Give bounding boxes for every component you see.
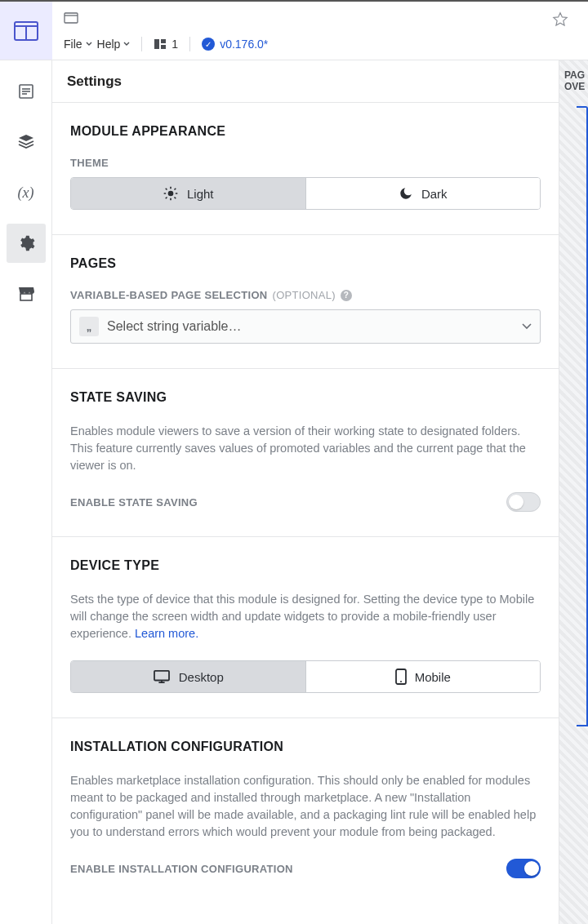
board-count[interactable]: 1 bbox=[154, 38, 178, 51]
svg-rect-8 bbox=[65, 13, 78, 23]
svg-line-21 bbox=[174, 189, 176, 190]
quote-icon: „ bbox=[79, 317, 99, 336]
section-pages: PAGES VARIABLE-BASED PAGE SELECTION (OPT… bbox=[52, 235, 559, 369]
learn-more-link[interactable]: Learn more. bbox=[135, 627, 198, 640]
svg-line-18 bbox=[166, 189, 167, 190]
chevron-down-icon bbox=[522, 323, 532, 330]
device-desktop-button[interactable]: Desktop bbox=[71, 661, 306, 692]
theme-label: THEME bbox=[70, 157, 541, 169]
chevron-down-icon bbox=[123, 42, 130, 47]
device-mobile-label: Mobile bbox=[415, 670, 451, 684]
variable-select[interactable]: „ Select string variable… bbox=[70, 309, 541, 344]
settings-scroll: MODULE APPEARANCE THEME Light Dark PAGES bbox=[52, 103, 559, 924]
section-title: INSTALLATION CONFIGURATION bbox=[70, 740, 541, 754]
device-desktop-label: Desktop bbox=[179, 670, 224, 684]
document-icon bbox=[18, 83, 34, 100]
svg-rect-7 bbox=[20, 294, 32, 300]
section-state-saving: STATE SAVING Enables module viewers to s… bbox=[52, 369, 559, 537]
section-title: MODULE APPEARANCE bbox=[70, 124, 541, 139]
vbps-label: VARIABLE-BASED PAGE SELECTION (OPTIONAL)… bbox=[70, 289, 541, 301]
mobile-icon bbox=[395, 669, 407, 685]
section-device-type: DEVICE TYPE Sets the type of device that… bbox=[52, 537, 559, 718]
svg-point-26 bbox=[400, 681, 402, 682]
theme-light-button[interactable]: Light bbox=[71, 178, 306, 209]
theme-dark-button[interactable]: Dark bbox=[306, 178, 541, 209]
svg-rect-11 bbox=[161, 39, 166, 43]
rail-item-layers[interactable] bbox=[7, 122, 46, 162]
section-module-appearance: MODULE APPEARANCE THEME Light Dark bbox=[52, 103, 559, 235]
rail-item-doc[interactable] bbox=[7, 72, 46, 111]
overview-outline bbox=[577, 106, 588, 726]
page-title: Settings bbox=[52, 60, 588, 103]
theme-light-label: Light bbox=[187, 187, 214, 201]
dashboard-icon bbox=[14, 21, 38, 41]
section-title: STATE SAVING bbox=[70, 390, 541, 405]
svg-line-19 bbox=[174, 198, 176, 199]
variable-icon: (x) bbox=[18, 184, 34, 202]
store-icon bbox=[17, 286, 35, 302]
section-installation-config: INSTALLATION CONFIGURATION Enables marke… bbox=[52, 718, 559, 903]
section-description: Sets the type of device that this module… bbox=[70, 591, 541, 642]
version-badge[interactable]: ✓ v0.176.0* bbox=[202, 38, 268, 51]
menu-help[interactable]: Help bbox=[97, 38, 131, 51]
optional-tag: (OPTIONAL) bbox=[273, 289, 336, 301]
section-title: DEVICE TYPE bbox=[70, 558, 541, 573]
enable-install-config-toggle[interactable] bbox=[506, 859, 541, 878]
separator bbox=[189, 37, 190, 51]
right-panel-stub: PAG OVE bbox=[559, 60, 588, 924]
device-segmented: Desktop Mobile bbox=[70, 660, 541, 693]
svg-point-13 bbox=[168, 191, 174, 197]
svg-line-20 bbox=[166, 198, 167, 199]
right-panel-label: PAG OVE bbox=[564, 70, 585, 93]
separator bbox=[141, 37, 142, 51]
left-rail: (x) bbox=[0, 2, 52, 924]
chevron-down-icon bbox=[86, 42, 92, 47]
moon-icon bbox=[399, 186, 413, 201]
sun-icon bbox=[163, 185, 179, 202]
rail-item-settings[interactable] bbox=[7, 224, 46, 263]
section-description: Enables marketplace installation configu… bbox=[70, 772, 541, 841]
enable-install-config-label: ENABLE INSTALLATION CONFIGURATION bbox=[70, 863, 293, 875]
gear-icon bbox=[17, 234, 35, 252]
app-logo-tile[interactable] bbox=[0, 2, 52, 60]
section-title: PAGES bbox=[70, 256, 541, 271]
star-icon[interactable] bbox=[552, 11, 568, 28]
theme-segmented: Light Dark bbox=[70, 177, 541, 210]
svg-rect-10 bbox=[154, 39, 159, 49]
svg-rect-22 bbox=[154, 671, 169, 681]
rail-item-marketplace[interactable] bbox=[7, 274, 46, 313]
svg-rect-12 bbox=[161, 45, 166, 49]
check-icon: ✓ bbox=[202, 38, 215, 51]
toolbar: File Help 1 ✓ v0.176.0* bbox=[52, 2, 588, 60]
variable-select-placeholder: Select string variable… bbox=[107, 319, 514, 334]
theme-dark-label: Dark bbox=[421, 187, 448, 201]
help-icon[interactable]: ? bbox=[341, 290, 352, 301]
enable-state-saving-label: ENABLE STATE SAVING bbox=[70, 496, 198, 509]
menu-file[interactable]: File bbox=[64, 38, 92, 51]
section-description: Enables module viewers to save a version… bbox=[70, 423, 541, 474]
desktop-icon bbox=[153, 669, 171, 684]
window-icon bbox=[64, 12, 78, 24]
grid-icon bbox=[154, 38, 167, 50]
layers-icon bbox=[17, 133, 35, 151]
enable-state-saving-toggle[interactable] bbox=[506, 492, 541, 512]
device-mobile-button[interactable]: Mobile bbox=[306, 661, 541, 692]
rail-item-variables[interactable]: (x) bbox=[7, 173, 46, 212]
